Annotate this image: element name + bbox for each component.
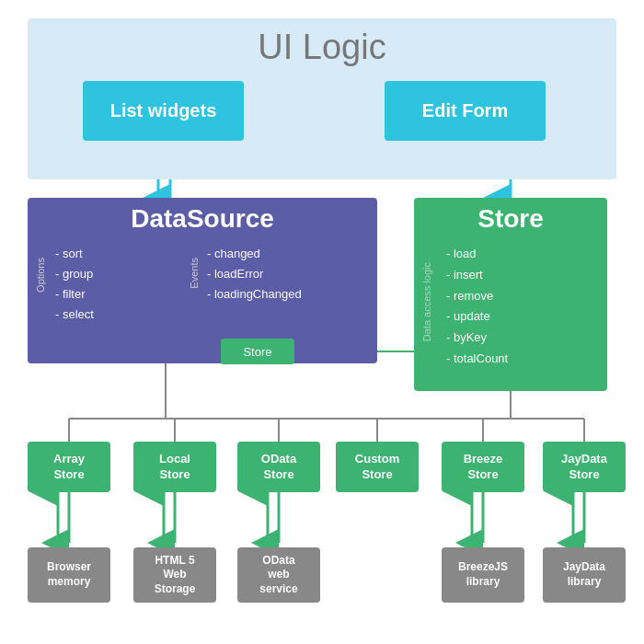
event-loaderror: - loadError [207, 264, 302, 284]
jaydata-store-label: JayDataStore [561, 452, 607, 483]
edit-form-label: Edit Form [422, 100, 508, 121]
option-select: - select [55, 305, 94, 325]
store-methods-list: - load - insert - remove - update - byKe… [446, 244, 508, 370]
store-main-title: Store [414, 204, 607, 234]
event-changed: - changed [207, 244, 302, 264]
edit-form-box: Edit Form [385, 81, 546, 141]
method-insert: - insert [446, 265, 508, 286]
option-sort: - sort [55, 244, 94, 264]
store-button: Store [221, 339, 294, 364]
browser-memory-label: Browsermemory [47, 560, 91, 589]
data-access-label: Data access logic [421, 262, 432, 341]
breeze-store-label: BreezeStore [464, 452, 503, 483]
breezejs-library-label: BreezeJSlibrary [458, 560, 508, 589]
option-group: - group [55, 264, 94, 284]
html5-storage-box: HTML 5WebStorage [133, 547, 216, 603]
local-store-label: LocalStore [159, 452, 190, 483]
events-list: - changed - loadError - loadingChanged [207, 244, 302, 305]
odata-store-label: ODataStore [261, 452, 296, 483]
events-label: Events [189, 258, 200, 289]
local-store-box: LocalStore [133, 442, 216, 492]
breeze-store-box: BreezeStore [442, 442, 524, 492]
custom-store-box: CustomStore [336, 442, 419, 492]
odata-store-box: ODataStore [237, 442, 320, 492]
breezejs-library-box: BreezeJSlibrary [442, 547, 524, 603]
method-update: - update [446, 306, 508, 328]
odata-service-label: ODatawebservice [259, 554, 297, 597]
html5-storage-label: HTML 5WebStorage [155, 554, 196, 597]
method-remove: - remove [446, 286, 508, 307]
options-label: Options [35, 258, 46, 293]
ui-logic-title: UI Logic [0, 28, 644, 67]
jaydata-store-box: JayDataStore [543, 442, 626, 492]
browser-memory-box: Browsermemory [28, 547, 110, 603]
option-filter: - filter [55, 284, 94, 305]
datasource-title: DataSource [28, 204, 377, 234]
list-widgets-label: List widgets [110, 100, 217, 121]
options-list: - sort - group - filter - select [55, 244, 94, 325]
custom-store-label: CustomStore [355, 452, 399, 483]
list-widgets-box: List widgets [83, 81, 244, 141]
array-store-label: ArrayStore [53, 452, 85, 483]
odata-service-box: ODatawebservice [237, 547, 320, 603]
jaydata-library-box: JayDatalibrary [543, 547, 626, 603]
method-totalcount: - totalCount [446, 349, 508, 370]
method-bykey: - byKey [446, 328, 508, 349]
diagram: UI Logic List widgets Edit Form DataSour… [0, 0, 644, 644]
method-load: - load [446, 244, 508, 265]
store-button-label: Store [243, 345, 271, 359]
event-loadingchanged: - loadingChanged [207, 284, 302, 305]
jaydata-library-label: JayDatalibrary [563, 560, 605, 589]
array-store-box: ArrayStore [28, 442, 110, 492]
